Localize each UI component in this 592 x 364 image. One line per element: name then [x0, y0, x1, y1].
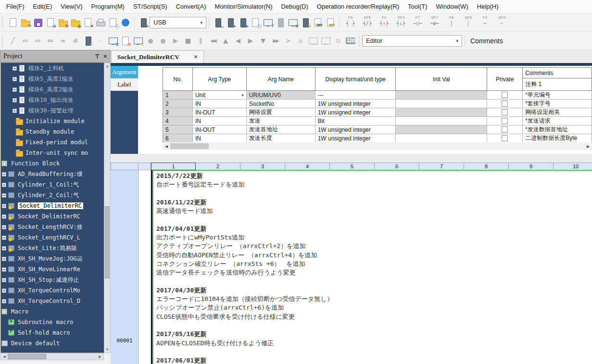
- expand-icon[interactable]: +: [2, 225, 6, 229]
- print-icon[interactable]: [94, 16, 107, 29]
- device-memory-icon[interactable]: DEV: [324, 16, 337, 29]
- scrollbar-thumb[interactable]: [170, 143, 209, 149]
- connection-setup-icon[interactable]: +: [137, 16, 150, 29]
- tree-item-cylinder-1-coil[interactable]: +Cylinder_1_Coil:气: [1, 179, 104, 190]
- chevron-down-icon[interactable]: ▾: [241, 93, 244, 98]
- pause-icon[interactable]: ‖: [194, 35, 207, 47]
- cell-display-format[interactable]: ---: [315, 91, 396, 100]
- cell-comment[interactable]: *单元编号: [523, 91, 592, 100]
- cell-arg-name[interactable]: 发送首地址: [247, 126, 315, 134]
- pane-splitter[interactable]: [111, 154, 592, 163]
- fkey-f8[interactable]: F8│: [443, 15, 460, 30]
- expand-icon[interactable]: +: [2, 193, 6, 198]
- pin-icon[interactable]: ⊢: [93, 54, 101, 59]
- online-edit-icon[interactable]: /: [262, 16, 274, 29]
- tree-item-initialize-module[interactable]: Initialize module: [1, 116, 104, 126]
- tree-item-socket-delimiterrc[interactable]: +Socket_DelimiterRC: [1, 201, 104, 211]
- note-list-icon[interactable]: ≔: [32, 35, 44, 47]
- menu-debug-d[interactable]: Debug(D): [277, 0, 312, 13]
- tab-socket-delimiterrcv[interactable]: Socket_DelimiterRCV ×: [111, 50, 204, 63]
- rung-comment-block[interactable]: 2015/7/22更新自ポート番号設定モードを追加2016/11/22更新高速通…: [156, 172, 592, 364]
- tree-item-30[interactable]: +模块30-报警处理: [1, 105, 104, 116]
- watch-list-icon[interactable]: ⊙: [119, 35, 132, 47]
- expand-icon[interactable]: +: [2, 246, 6, 251]
- delete-ladder-icon[interactable]: ×: [82, 16, 94, 29]
- cell-comment[interactable]: *套接字号: [523, 100, 592, 108]
- step-over-icon[interactable]: >: [282, 35, 294, 47]
- cell-display-format[interactable]: 1W unsigned integer: [315, 126, 396, 134]
- step-back-icon[interactable]: ◀: [232, 35, 244, 47]
- fkey-sf7[interactable]: SF7─∅─: [426, 15, 443, 30]
- cell-init-val[interactable]: [396, 126, 487, 134]
- toolbar-grip[interactable]: [2, 36, 5, 46]
- scrollbar-thumb[interactable]: [105, 206, 110, 278]
- alert-pc-icon[interactable]: !: [132, 35, 144, 47]
- record-stop-icon[interactable]: ●: [157, 35, 169, 47]
- tree-item-5-1[interactable]: +模块5_高度1输送: [1, 74, 104, 84]
- hand-pause-icon[interactable]: +: [307, 35, 319, 47]
- expand-icon[interactable]: +: [13, 66, 17, 71]
- cell-arg-name[interactable]: 网络设置: [247, 108, 315, 117]
- menu-window-w[interactable]: Window(W): [432, 0, 473, 13]
- read-from-plc-icon[interactable]: ▶: [237, 16, 249, 29]
- tree-item-socket-lengthrcv[interactable]: +Socket_LengthRCV:接: [1, 222, 104, 232]
- tree-item-macro[interactable]: Macro: [1, 306, 104, 317]
- tree-item-socket-lite[interactable]: +Socket_Lite:简易版: [1, 243, 104, 253]
- time-display-icon[interactable]: 12:0: [344, 35, 357, 47]
- transfer-comment-icon[interactable]: …: [212, 16, 224, 29]
- fkey-sf9[interactable]: SF9┄: [493, 15, 510, 30]
- fkey-sf4[interactable]: SF4┤↓├: [392, 15, 409, 30]
- step-down-icon[interactable]: ▼: [257, 35, 269, 47]
- cell-init-val[interactable]: [396, 134, 487, 143]
- argument-grid-horizontal-scrollbar[interactable]: ◀: [163, 142, 584, 150]
- cell-arg-type[interactable]: IN-OUT: [193, 108, 247, 117]
- expand-icon[interactable]: +: [2, 299, 6, 303]
- cell-arg-name[interactable]: 发送长度: [247, 134, 315, 143]
- statement-list-icon[interactable]: ≔: [19, 35, 32, 47]
- project-tree-horizontal-scrollbar[interactable]: ◀ ▶: [0, 353, 104, 360]
- tree-item-inter-unit-sync-mo[interactable]: Inter-unit sync mo: [1, 148, 104, 158]
- edit-list-icon[interactable]: ≔: [44, 35, 57, 47]
- fkey-sf5[interactable]: SF5┤/├: [359, 15, 376, 30]
- fkey-f7[interactable]: F7─○─: [409, 15, 426, 30]
- tree-item-xh-sh-movejog-jog[interactable]: +XH_SH_MoveJog:JOG运: [1, 253, 104, 264]
- connection-target-select[interactable]: USB ▾: [150, 17, 206, 28]
- tree-item-subroutine-macro[interactable]: Subroutine macro: [1, 317, 104, 327]
- tree-item-device-default[interactable]: Device default: [1, 338, 104, 349]
- cell-no[interactable]: 3: [163, 108, 193, 117]
- expand-icon[interactable]: +: [2, 204, 6, 208]
- cell-arg-name[interactable]: 发送: [247, 117, 315, 126]
- step-forward-icon[interactable]: ▶: [244, 35, 257, 47]
- cell-init-val[interactable]: [396, 100, 487, 108]
- tree-item-ad-readbuffering[interactable]: +AD_ReadBuffering:缓: [1, 169, 104, 179]
- menu-tool-t[interactable]: Tool(T): [403, 0, 431, 13]
- menu-operation-recorder-replay-r[interactable]: Operation recorder/Replay(R): [313, 0, 403, 13]
- menu-program-m[interactable]: Program(M): [87, 0, 129, 13]
- expand-icon[interactable]: +: [13, 98, 17, 102]
- scroll-right-icon[interactable]: ▶: [97, 353, 103, 360]
- close-icon[interactable]: ×: [103, 52, 107, 61]
- menu-view-v[interactable]: View(V): [56, 0, 87, 13]
- tree-item-socket-delimiterrc[interactable]: +Socket_DelimiterRC: [1, 211, 104, 222]
- project-tree-vertical-scrollbar[interactable]: ▲ ▼: [104, 63, 111, 353]
- expand-icon[interactable]: +: [2, 257, 6, 261]
- expand-icon[interactable]: +: [2, 236, 6, 240]
- expand-icon[interactable]: +: [2, 289, 6, 293]
- cell-comment[interactable]: *发送数据首地址: [523, 126, 592, 134]
- tree-item-socket-lengthrcv-l[interactable]: +Socket_LengthRCV_L: [1, 232, 104, 243]
- fkey-sf8[interactable]: SF8┊: [460, 15, 477, 30]
- save-ladder-icon[interactable]: ≡: [44, 16, 57, 29]
- play-icon[interactable]: ▶: [169, 35, 182, 47]
- verify-icon[interactable]: ○: [249, 16, 262, 29]
- stopwatch-icon[interactable]: ⊙: [332, 35, 344, 47]
- private-checkbox[interactable]: [502, 100, 508, 107]
- watch-pc-icon[interactable]: ⊙: [107, 35, 119, 47]
- cell-arg-type[interactable]: IN-OUT: [193, 126, 247, 134]
- menu-st-script-s[interactable]: ST/Script(S): [129, 0, 172, 13]
- cell-no[interactable]: 5: [163, 126, 193, 134]
- cell-arg-name[interactable]: UR/UM/UV0: [247, 91, 315, 100]
- tree-item-xh-torquecontrolmo[interactable]: +XH_TorqueControlMo: [1, 285, 104, 296]
- tree-item-xh-sh-movelinearre[interactable]: +XH_SH_MoveLinearRe: [1, 264, 104, 275]
- refresh-device-icon[interactable]: ↻: [299, 16, 312, 29]
- private-checkbox[interactable]: [502, 92, 508, 98]
